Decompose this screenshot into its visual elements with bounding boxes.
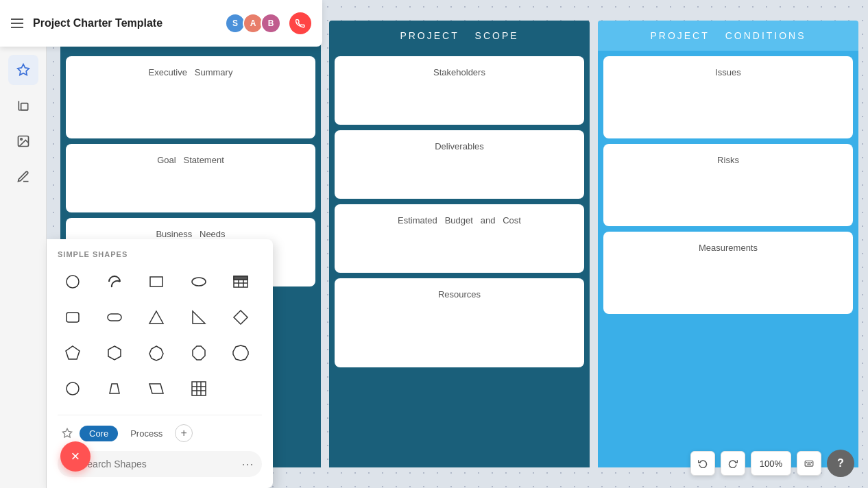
svg-rect-21 [67, 313, 79, 322]
crop-sidebar-icon[interactable] [8, 90, 38, 121]
help-button[interactable]: ? [827, 450, 854, 477]
avatar-group: S A B [225, 13, 281, 34]
redo-button[interactable] [721, 451, 745, 476]
svg-marker-33 [149, 384, 163, 393]
header: Project Charter Template S A B [0, 0, 322, 47]
svg-marker-29 [193, 346, 205, 360]
shape-hexagon[interactable] [99, 338, 130, 368]
stakeholders-title: Stakeholders [348, 67, 570, 77]
shape-trapezoid[interactable] [99, 374, 130, 404]
svg-point-5 [20, 138, 21, 141]
measurements-title: Measurements [617, 243, 839, 253]
panel-conditions-title-2: CONDITIONS [725, 30, 806, 41]
stakeholders-card: Stakeholders [335, 56, 584, 125]
svg-rect-34 [192, 382, 206, 395]
app-title: Project Charter Template [33, 17, 217, 29]
menu-button[interactable] [11, 16, 25, 30]
shape-arc[interactable] [99, 267, 130, 297]
bottom-toolbar: 100% ? [690, 450, 854, 477]
undo-button[interactable] [690, 451, 715, 476]
draw-sidebar-icon[interactable] [8, 162, 38, 192]
svg-marker-23 [149, 311, 163, 324]
shape-ellipse[interactable] [184, 267, 214, 297]
issues-title: Issues [617, 67, 839, 77]
panel-scope-body: Stakeholders Deliverables Estimated Budg… [329, 51, 590, 467]
shape-rounded-rect[interactable] [58, 302, 88, 332]
panel-scope: PROJECT SCOPE Stakeholders Deliverables … [329, 21, 590, 467]
search-input[interactable] [81, 459, 236, 469]
svg-rect-13 [150, 277, 162, 286]
business-needs-title: Business Needs [80, 229, 302, 239]
tab-add-button[interactable]: + [175, 424, 193, 442]
svg-rect-6 [805, 461, 813, 467]
svg-point-14 [192, 278, 206, 286]
panel-conditions-header: PROJECT CONDITIONS [598, 21, 858, 51]
zoom-level-display: 100% [751, 451, 791, 476]
svg-marker-27 [108, 346, 121, 360]
shapes-sidebar-icon[interactable] [8, 55, 38, 85]
deliverables-title: Deliverables [348, 141, 570, 151]
executive-summary-title: Executive Summary [80, 67, 302, 77]
svg-marker-39 [62, 428, 71, 437]
shape-rectangle[interactable] [141, 267, 171, 297]
shape-pentagon[interactable] [58, 338, 88, 368]
panel-conditions: PROJECT CONDITIONS Issues Risks Measurem… [598, 21, 858, 467]
shapes-grid [58, 267, 262, 404]
panel-scope-title-2: SCOPE [475, 30, 519, 41]
svg-marker-24 [193, 311, 205, 324]
shapes-tab-icon [58, 424, 77, 443]
svg-point-31 [67, 382, 79, 395]
tab-process[interactable]: Process [121, 426, 172, 441]
shapes-category-label: SIMPLE SHAPES [58, 250, 262, 258]
resources-title: Resources [348, 289, 570, 300]
shape-triangle[interactable] [141, 302, 171, 332]
svg-marker-30 [233, 345, 248, 361]
keyboard-shortcuts-button[interactable] [797, 451, 821, 476]
svg-marker-25 [234, 310, 248, 324]
avatar-b: B [261, 13, 281, 34]
svg-marker-0 [17, 64, 29, 75]
risks-title: Risks [617, 155, 839, 165]
executive-summary-card: Executive Summary [66, 56, 315, 138]
left-sidebar [0, 0, 47, 488]
risks-card: Risks [603, 144, 853, 226]
shape-circle-outline[interactable] [58, 374, 88, 404]
shape-table-header[interactable] [226, 267, 256, 297]
svg-marker-26 [66, 346, 80, 359]
measurements-card: Measurements [603, 232, 853, 314]
resources-card: Resources [335, 278, 584, 367]
budget-cost-card: Estimated Budget and Cost [335, 204, 584, 273]
search-more-button[interactable]: ⋯ [241, 456, 254, 472]
shape-grid[interactable] [184, 374, 214, 404]
shape-circle[interactable] [58, 267, 88, 297]
svg-marker-32 [110, 384, 119, 393]
image-sidebar-icon[interactable] [8, 126, 38, 156]
fab-icon: × [71, 448, 80, 465]
svg-marker-28 [149, 346, 163, 361]
panel-conditions-title-1: PROJECT [650, 30, 709, 41]
svg-rect-3 [21, 103, 27, 110]
tab-core[interactable]: Core [80, 426, 118, 441]
goal-statement-title: Goal Statement [80, 155, 302, 165]
shape-right-triangle[interactable] [184, 302, 214, 332]
call-button[interactable] [289, 12, 311, 34]
shape-stadium[interactable] [99, 302, 130, 332]
shape-heptagon[interactable] [141, 338, 171, 368]
goal-statement-card: Goal Statement [66, 144, 315, 212]
zoom-value: 100% [760, 459, 782, 469]
svg-rect-20 [234, 276, 248, 280]
deliverables-card: Deliverables [335, 130, 584, 199]
fab-close-button[interactable]: × [60, 441, 91, 472]
panel-conditions-body: Issues Risks Measurements [598, 51, 858, 467]
shape-octagon[interactable] [184, 338, 214, 368]
svg-rect-22 [108, 314, 121, 321]
svg-point-12 [67, 276, 79, 288]
budget-cost-title: Estimated Budget and Cost [348, 215, 570, 225]
shape-parallelogram[interactable] [141, 374, 171, 404]
shapes-tabs: Core Process + [58, 415, 262, 443]
shape-diamond[interactable] [226, 302, 256, 332]
issues-card: Issues [603, 56, 853, 138]
panel-scope-header: PROJECT SCOPE [329, 21, 590, 51]
shape-decagon[interactable] [226, 338, 256, 368]
panel-scope-title-1: PROJECT [400, 30, 459, 41]
